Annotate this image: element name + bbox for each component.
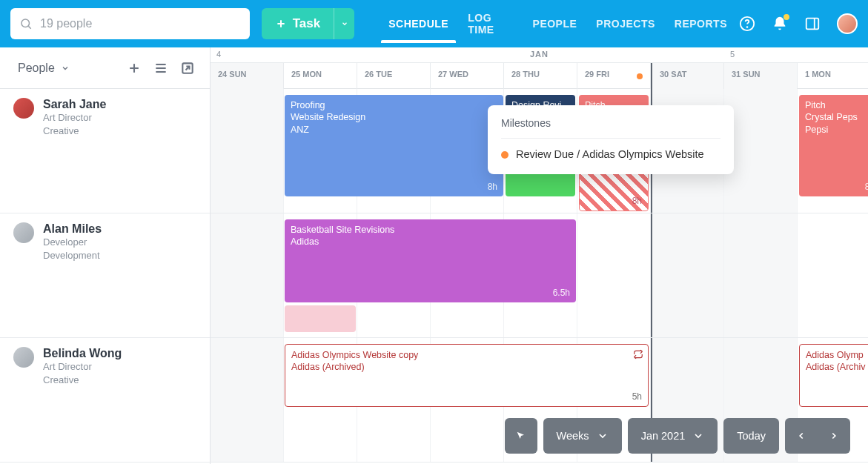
people-column: Sarah Jane Art Director Creative Alan Mi… bbox=[0, 89, 211, 464]
task-hours: 5h bbox=[632, 391, 642, 403]
person-row[interactable]: Belinda Wong Art Director Creative bbox=[0, 338, 210, 463]
task-title: Adidas Olympics Website copy bbox=[291, 349, 642, 361]
task-subtitle: Pepsi bbox=[805, 124, 868, 136]
help-button[interactable] bbox=[739, 16, 755, 32]
date-nav-arrows bbox=[785, 418, 850, 454]
task-hours: 8h bbox=[865, 182, 868, 193]
cursor-icon bbox=[515, 430, 527, 442]
day-header: 27 WED bbox=[431, 63, 504, 89]
milestone-item[interactable]: Review Due / Adidas Olympics Website bbox=[501, 148, 720, 162]
task-hours: 8h bbox=[488, 182, 497, 193]
chevron-down-icon bbox=[341, 20, 348, 27]
day-header: 28 THU bbox=[504, 63, 577, 89]
month-picker-button[interactable]: Jan 2021 bbox=[628, 418, 718, 454]
panel-icon bbox=[804, 16, 821, 32]
nav-schedule[interactable]: SCHEDULE bbox=[388, 18, 448, 30]
timeline-row[interactable]: Basketball Site Revisions Adidas 6.5h bbox=[211, 213, 868, 338]
task-title: Adidas Olymp bbox=[806, 349, 868, 361]
task-title: Pitch bbox=[805, 99, 868, 111]
person-role: Developer bbox=[43, 236, 102, 249]
person-name: Sarah Jane bbox=[43, 98, 106, 111]
person-name: Belinda Wong bbox=[43, 347, 122, 360]
task-hours: 8h bbox=[632, 196, 642, 208]
popover-title: Milestones bbox=[501, 117, 720, 139]
svg-point-0 bbox=[21, 19, 30, 27]
milestone-dot-icon bbox=[637, 73, 643, 79]
person-row[interactable]: Alan Miles Developer Development bbox=[0, 213, 210, 338]
zoom-level-label: Weeks bbox=[557, 430, 589, 442]
export-button[interactable] bbox=[179, 59, 196, 77]
cursor-mode-button[interactable] bbox=[505, 418, 537, 454]
chevron-right-icon bbox=[829, 431, 839, 441]
zoom-level-button[interactable]: Weeks bbox=[543, 418, 622, 454]
today-button[interactable]: Today bbox=[723, 418, 779, 454]
subheader: People 4 JAN 5 24 SUN 25 MON 26 TUE 27 W… bbox=[0, 47, 868, 89]
person-row[interactable]: Sarah Jane Art Director Creative bbox=[0, 89, 210, 213]
task-block[interactable]: Proofing Website Redesign ANZ 8h bbox=[285, 95, 503, 196]
list-icon bbox=[153, 61, 168, 76]
people-filter[interactable]: People bbox=[18, 62, 70, 75]
person-avatar bbox=[13, 222, 34, 243]
task-block[interactable]: Basketball Site Revisions Adidas 6.5h bbox=[285, 219, 576, 302]
nav-people[interactable]: PEOPLE bbox=[533, 18, 577, 30]
day-header: 31 SUN bbox=[724, 63, 798, 89]
task-subtitle: Website Redesign bbox=[291, 111, 497, 123]
person-dept: Development bbox=[43, 249, 102, 262]
notifications-button[interactable] bbox=[772, 16, 788, 32]
add-person-button[interactable] bbox=[125, 59, 143, 77]
export-icon bbox=[180, 61, 195, 76]
people-filter-label: People bbox=[18, 62, 55, 75]
task-block[interactable]: Adidas Olympics Website copy Adidas (Arc… bbox=[285, 344, 649, 407]
top-nav: Task SCHEDULE LOG TIME PEOPLE PROJECTS R… bbox=[0, 0, 868, 47]
nav-links: SCHEDULE LOG TIME PEOPLE PROJECTS REPORT… bbox=[388, 12, 727, 36]
panel-button[interactable] bbox=[804, 16, 821, 32]
week-number-right: 5 bbox=[730, 50, 735, 59]
day-header: 30 SAT bbox=[651, 63, 724, 89]
prev-button[interactable] bbox=[785, 418, 818, 454]
task-dropdown-button[interactable] bbox=[334, 8, 354, 39]
task-subtitle: Adidas (Archiv bbox=[806, 361, 868, 373]
new-task-button[interactable]: Task bbox=[262, 8, 334, 39]
subheader-right: 4 JAN 5 24 SUN 25 MON 26 TUE 27 WED 28 T… bbox=[211, 47, 868, 88]
bottom-toolbar: Weeks Jan 2021 Today bbox=[505, 418, 850, 454]
person-name: Alan Miles bbox=[43, 222, 102, 236]
today-label: Today bbox=[737, 430, 766, 442]
task-block[interactable]: Adidas Olymp Adidas (Archiv bbox=[799, 344, 868, 407]
person-avatar bbox=[13, 98, 34, 119]
day-header: 26 TUE bbox=[357, 63, 431, 89]
person-dept: Creative bbox=[43, 374, 122, 387]
person-dept: Creative bbox=[43, 125, 106, 138]
plus-icon bbox=[275, 18, 287, 30]
day-header: 29 FRI bbox=[577, 63, 651, 89]
search-wrap bbox=[10, 8, 250, 39]
day-header: 24 SUN bbox=[211, 63, 284, 89]
task-button-label: Task bbox=[293, 16, 321, 31]
month-label: JAN bbox=[530, 50, 549, 59]
next-button[interactable] bbox=[818, 418, 850, 454]
search-input[interactable] bbox=[10, 8, 250, 39]
month-picker-label: Jan 2021 bbox=[641, 430, 686, 442]
nav-right bbox=[739, 13, 858, 34]
day-header: 1 MON bbox=[798, 63, 868, 89]
task-block[interactable]: Pitch Crystal Peps Pepsi 8h bbox=[799, 95, 868, 196]
person-role: Art Director bbox=[43, 360, 122, 374]
task-block[interactable] bbox=[285, 305, 356, 332]
nav-reports[interactable]: REPORTS bbox=[675, 18, 727, 30]
person-avatar bbox=[13, 347, 34, 368]
plus-icon bbox=[127, 61, 142, 76]
repeat-icon bbox=[633, 349, 643, 362]
task-button-group: Task bbox=[262, 8, 355, 39]
milestones-popover: Milestones Review Due / Adidas Olympics … bbox=[488, 105, 734, 174]
task-subtitle: Adidas (Archived) bbox=[291, 361, 642, 373]
schedule-body: Sarah Jane Art Director Creative Alan Mi… bbox=[0, 89, 868, 464]
nav-logtime[interactable]: LOG TIME bbox=[468, 12, 513, 36]
help-icon bbox=[739, 16, 755, 32]
list-view-button[interactable] bbox=[152, 59, 170, 77]
svg-rect-6 bbox=[806, 19, 819, 30]
chevron-down-icon bbox=[597, 430, 609, 442]
nav-projects[interactable]: PROJECTS bbox=[596, 18, 655, 30]
user-avatar[interactable] bbox=[837, 13, 858, 34]
day-header: 25 MON bbox=[284, 63, 357, 89]
task-subtitle: Adidas bbox=[291, 236, 570, 248]
chevron-down-icon bbox=[692, 430, 704, 442]
